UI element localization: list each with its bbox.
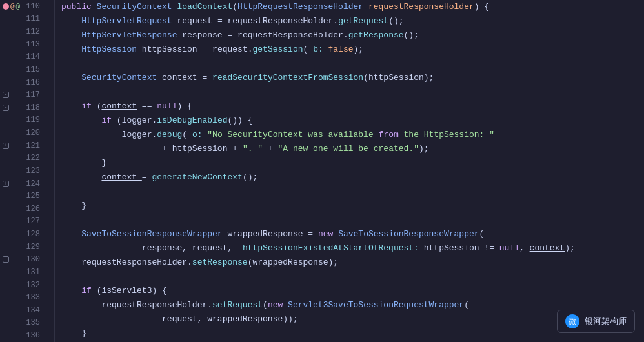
token-string1b: the [404,128,419,142]
indent-131 [61,298,101,312]
indent-117 [61,99,81,114]
token-parens2: (); [404,28,419,43]
code-line-129 [61,270,644,284]
token-paren10: ( [182,128,192,142]
token-dot3: . [248,43,253,57]
line-gutter: @ @ 110 111 112 113 114 115 [0,0,55,342]
gutter-row-116: 116 [0,76,54,89]
gutter-row-132: 132 [0,279,54,292]
token-o-label: o: [192,128,207,142]
gutter-row-135: 135 [0,317,54,330]
token-rrh2: requestResponseHolder [237,28,343,43]
token-request4: request [162,312,197,327]
indent-127 [61,241,142,256]
code-line-116 [61,85,644,99]
line-icons-130: - [0,256,26,263]
indent-122 [61,170,101,185]
fold-124[interactable]: + [3,181,9,187]
token-parens5: )); [283,312,297,327]
line-number-127: 127 [26,217,45,226]
line-icons-124: + [0,181,26,187]
gutter-row-125: 125 [0,190,54,203]
indent-124 [61,199,81,213]
token-brace3: } [81,327,86,341]
gutter-row-136: 136 [0,329,54,342]
line-number-118: 118 [26,103,45,112]
token-httpservletreq: HttpServletRequest [81,14,177,28]
line-number-130: 130 [26,255,45,264]
code-line-110: public SecurityContext loadContext(HttpR… [61,0,644,14]
gutter-row-123: 123 [0,165,54,177]
line-icons-121: + [0,143,26,149]
line-number-117: 117 [26,90,45,99]
token-dot1: . [333,14,338,28]
token-parens3: ()) { [227,114,252,128]
breakpoint-110[interactable] [3,3,9,10]
code-line-115: SecurityContext context = readSecurityCo… [61,71,644,85]
indent-115 [61,71,81,85]
code-line-112: HttpServletResponse response = requestRe… [61,28,644,43]
token-eq4: = [202,71,212,85]
code-line-131: requestResponseHolder.setRequest(new Ser… [61,298,644,312]
fold-130[interactable]: - [3,256,9,263]
line-number-113: 113 [26,40,45,49]
token-httpsession-label: httpSessionExistedAtStartOfRequest: [243,241,424,256]
token-paren17: ( [263,298,268,312]
line-icons-110: @ @ [0,3,26,10]
token-eq2: = [227,28,237,43]
watermark: 微 银河架构师 [557,310,635,333]
code-line-123 [61,185,644,199]
token-wrapped-resp: wrappedResponse [227,227,308,241]
token-paren13: ( [248,256,253,270]
line-number-135: 135 [26,318,45,327]
token-new1: new [318,227,338,241]
token-string1c: HttpSession: " [419,128,494,142]
token-response-var: response [182,28,227,43]
token-if2: if [101,114,116,128]
code-line-114 [61,57,644,71]
gutter-row-119: 119 [0,114,54,127]
line-number-121: 121 [26,141,45,150]
token-dot6: . [187,256,192,270]
token-getresponse: getResponse [348,28,404,43]
code-line-125 [61,213,644,227]
gutter-row-124: + 124 [0,177,54,190]
line-number-111: 111 [26,14,45,23]
token-sc-type2: SecurityContext [81,71,162,85]
line-number-124: 124 [26,179,45,188]
token-b-label: b: [313,43,328,57]
token-rrh: requestResponseHolder [227,14,333,28]
token-generatenew: generateNewContext [152,170,242,185]
fold-117[interactable]: - [3,92,9,98]
token-null1: null [157,99,177,114]
gutter-row-110: @ @ 110 [0,0,54,13]
token-paren4: ); [354,43,364,57]
gutter-row-113: 113 [0,38,54,51]
line-number-132: 132 [26,281,45,290]
editor-container: @ @ 110 111 112 113 114 115 [0,0,644,342]
code-line-121: } [61,156,644,170]
token-context4: context [530,241,565,256]
token-plus3: + [268,142,278,156]
token-httpsession2: httpSession [368,71,424,85]
code-line-122: context = generateNewContext(); [61,170,644,185]
token-brace2: } [81,199,86,213]
token-if3: if [81,284,96,298]
gutter-row-130: - 130 [0,254,54,267]
line-number-119: 119 [26,116,45,125]
gutter-row-131: 131 [0,266,54,279]
token-servlet3-type: Servlet3SaveToSessionRequestWrapper [288,298,464,312]
token-paren9: ( [117,114,122,128]
token-request2: request [212,43,248,57]
code-area: public SecurityContext loadContext(HttpR… [55,0,644,342]
token-parens1: (); [388,14,403,28]
fold-121[interactable]: + [3,143,9,149]
fold-118[interactable]: - [3,105,9,111]
token-dot4: . [152,114,157,128]
token-comma4: , [197,312,208,327]
token-eq: = [217,14,228,28]
token-new2: new [268,298,288,312]
token-httpsession-var: httpSession [142,43,203,57]
indent-126 [61,227,81,241]
token-false: false [328,43,354,57]
